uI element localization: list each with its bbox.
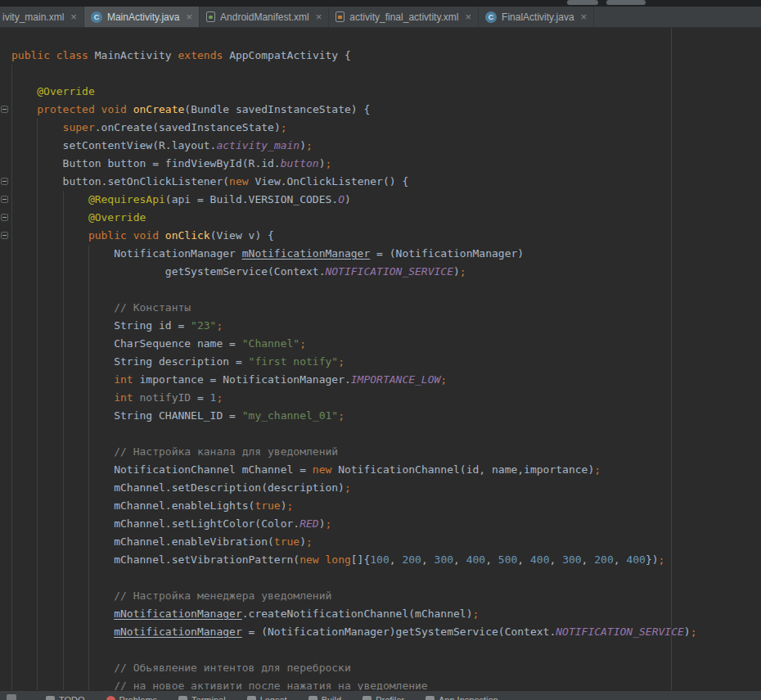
- toolwindow-button-terminal[interactable]: Terminal: [178, 693, 226, 700]
- indent-guide: [11, 317, 37, 335]
- indent-guide: [11, 677, 37, 690]
- gutter: [0, 65, 11, 83]
- indent-guide: [37, 227, 62, 245]
- fold-marker-icon[interactable]: [1, 178, 8, 185]
- indent-guide: [11, 659, 37, 677]
- code-line: mNotificationManager = (NotificationMana…: [0, 623, 761, 641]
- profiler-icon: [362, 696, 371, 700]
- indent-guide: [11, 587, 37, 605]
- tab-ivity-main-xml[interactable]: ivity_main.xml×: [0, 7, 84, 27]
- indent-guide: [11, 425, 37, 443]
- tab-finalactivity-java[interactable]: CFinalActivity.java×: [479, 7, 594, 27]
- toolwindow-label: Terminal: [191, 695, 226, 700]
- close-icon[interactable]: ×: [316, 11, 322, 22]
- indent-guide: [63, 335, 88, 353]
- indent-guide: [11, 407, 37, 425]
- code-line: @RequiresApi(api = Build.VERSION_CODES.O…: [0, 191, 761, 209]
- indent-guide: [11, 83, 37, 101]
- indent-guide: [11, 479, 37, 497]
- code-line: mChannel.enableVibration(true);: [0, 533, 761, 551]
- indent-guide: [88, 371, 114, 389]
- indent-guide: [11, 623, 37, 641]
- tab-androidmanifest-xml[interactable]: AndroidManifest.xml×: [200, 7, 329, 27]
- close-icon[interactable]: ×: [466, 11, 472, 22]
- gutter: [0, 623, 11, 641]
- indent-guide: [11, 191, 37, 209]
- gutter: [0, 533, 11, 551]
- indent-guide: [37, 587, 62, 605]
- toolwindow-button-app-inspection[interactable]: App Inspection: [426, 693, 498, 700]
- indent-guide: [11, 533, 37, 551]
- gutter: [0, 299, 11, 317]
- indent-guide: [63, 443, 88, 461]
- code-line: mNotificationManager.createNotificationC…: [0, 605, 761, 623]
- toolwindow-button-profiler[interactable]: Profiler: [362, 693, 404, 700]
- indent-guide: [88, 461, 114, 479]
- indent-guide: [11, 299, 37, 317]
- gutter: [0, 137, 11, 155]
- indent-guide: [63, 245, 88, 263]
- right-margin-guide: [671, 28, 672, 690]
- gutter: [0, 353, 11, 371]
- fold-marker-icon[interactable]: [1, 232, 8, 239]
- close-icon[interactable]: ×: [70, 11, 77, 22]
- tab-mainactivity-java[interactable]: CMainActivity.java×: [84, 7, 200, 27]
- indent-guide: [37, 191, 62, 209]
- statusbar-items: TODOProblemsTerminalLogcatBuildProfilerA…: [46, 693, 498, 700]
- app-inspection-icon: [426, 696, 435, 700]
- tab-activity-final-activtity-xml[interactable]: activity_final_activtity.xml×: [329, 7, 479, 27]
- statusbar: TODOProblemsTerminalLogcatBuildProfilerA…: [0, 690, 761, 700]
- indent-guide: [37, 515, 62, 533]
- indent-guide: [11, 155, 37, 173]
- toolwindow-button-problems[interactable]: Problems: [106, 693, 157, 700]
- indent-guide: [37, 263, 62, 281]
- indent-guide: [88, 569, 114, 587]
- gutter: [0, 47, 11, 65]
- indent-guide: [37, 281, 62, 299]
- gutter: [0, 461, 11, 479]
- indent-guide: [63, 425, 88, 443]
- toolwindow-button-build[interactable]: Build: [308, 693, 341, 700]
- indent-guide: [37, 389, 62, 407]
- code-line: [0, 281, 761, 299]
- code-editor[interactable]: public class MainActivity extends AppCom…: [0, 28, 761, 690]
- toolwindow-switcher-icon[interactable]: [7, 694, 16, 700]
- toolwindow-button-logcat[interactable]: Logcat: [247, 693, 287, 700]
- gutter: [0, 569, 11, 587]
- indent-guide: [88, 587, 114, 605]
- indent-guide: [88, 533, 114, 551]
- indent-guide: [88, 659, 114, 677]
- fold-marker-icon[interactable]: [1, 196, 8, 203]
- gutter: [0, 389, 11, 407]
- code-line: Button button = findViewById(R.id.button…: [0, 155, 761, 173]
- code-line: public class MainActivity extends AppCom…: [0, 47, 761, 65]
- indent-guide: [37, 425, 62, 443]
- toolwindow-button-todo[interactable]: TODO: [46, 693, 85, 700]
- close-icon[interactable]: ×: [581, 11, 588, 22]
- indent-guide: [37, 659, 62, 677]
- code-line: @Override: [0, 83, 761, 101]
- fold-marker-icon[interactable]: [1, 106, 8, 113]
- indent-guide: [63, 641, 88, 659]
- code-line: // Обьявление интентов для переброски: [0, 659, 761, 677]
- close-icon[interactable]: ×: [186, 11, 192, 22]
- indent-guide: [11, 389, 37, 407]
- indent-guide: [37, 173, 62, 191]
- indent-guide: [11, 605, 37, 623]
- code-line: int notifyID = 1;: [0, 389, 761, 407]
- problems-icon: [106, 696, 115, 700]
- fold-marker-icon[interactable]: [1, 214, 8, 221]
- xml-file-icon: [335, 11, 344, 22]
- indent-guide: [88, 605, 114, 623]
- indent-guide: [88, 335, 114, 353]
- indent-guide: [37, 443, 62, 461]
- gutter: [0, 281, 11, 299]
- terminal-icon: [178, 696, 187, 700]
- gutter: [0, 407, 11, 425]
- code-line: String id = "23";: [0, 317, 761, 335]
- indent-guide: [37, 119, 62, 137]
- indent-guide: [37, 533, 62, 551]
- indent-guide: [63, 515, 88, 533]
- tab-label: MainActivity.java: [107, 7, 179, 28]
- gutter: [0, 551, 11, 569]
